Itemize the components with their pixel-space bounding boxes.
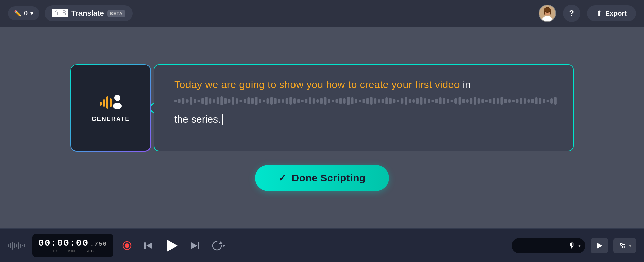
svg-rect-83 bbox=[439, 97, 441, 104]
svg-rect-56 bbox=[335, 99, 338, 103]
svg-rect-96 bbox=[489, 99, 491, 103]
svg-rect-132 bbox=[24, 244, 25, 247]
svg-rect-126 bbox=[12, 242, 13, 250]
generate-inner: GENERATE bbox=[71, 65, 150, 151]
script-line-1: Today we are going to show you how to cr… bbox=[174, 77, 558, 92]
svg-rect-93 bbox=[478, 98, 480, 104]
svg-rect-32 bbox=[244, 99, 246, 103]
svg-rect-44 bbox=[289, 97, 292, 105]
translate-button[interactable]: 🅰🅱 Translate BETA bbox=[45, 5, 133, 21]
svg-rect-107 bbox=[531, 99, 534, 103]
svg-rect-25 bbox=[217, 97, 219, 104]
svg-rect-46 bbox=[297, 99, 300, 103]
audio-settings-button[interactable]: ▾ bbox=[613, 238, 636, 253]
settings-dropdown: ▾ bbox=[629, 243, 631, 248]
speech-bubble[interactable]: Today we are going to show you how to cr… bbox=[154, 64, 574, 151]
svg-rect-51 bbox=[316, 99, 319, 103]
svg-rect-19 bbox=[194, 99, 196, 103]
svg-rect-41 bbox=[278, 99, 280, 103]
svg-rect-80 bbox=[428, 99, 430, 103]
svg-rect-138 bbox=[198, 242, 199, 249]
svg-rect-67 bbox=[378, 99, 380, 103]
svg-rect-49 bbox=[309, 97, 311, 104]
svg-rect-62 bbox=[359, 100, 361, 102]
mic-icon: 🎙 bbox=[568, 241, 576, 250]
timecode-display: 00:00:00 .750 HR MIN SEC bbox=[32, 234, 113, 257]
skip-back-button[interactable] bbox=[141, 238, 156, 253]
svg-rect-16 bbox=[182, 98, 184, 104]
svg-rect-76 bbox=[412, 99, 415, 103]
export-icon: ⬆ bbox=[596, 9, 602, 17]
mic-area: 🎙 ▾ ▾ bbox=[512, 238, 636, 253]
pencil-button[interactable]: ✏️ 0 ▾ bbox=[8, 6, 39, 20]
svg-point-13 bbox=[113, 103, 122, 109]
svg-point-3 bbox=[543, 16, 552, 22]
skip-forward-button[interactable] bbox=[188, 238, 203, 253]
svg-rect-59 bbox=[347, 97, 350, 105]
svg-point-12 bbox=[114, 95, 120, 101]
svg-rect-69 bbox=[385, 97, 388, 104]
top-bar-right: ? ⬆ Export bbox=[539, 5, 636, 22]
svg-rect-15 bbox=[178, 99, 180, 103]
svg-rect-70 bbox=[389, 98, 392, 104]
svg-rect-111 bbox=[547, 100, 549, 102]
svg-rect-110 bbox=[543, 99, 545, 103]
svg-rect-129 bbox=[18, 242, 19, 249]
svg-rect-21 bbox=[201, 98, 204, 104]
svg-rect-79 bbox=[424, 98, 426, 104]
svg-rect-73 bbox=[401, 98, 403, 104]
svg-rect-78 bbox=[420, 97, 422, 105]
waveform-visualization bbox=[174, 95, 558, 107]
record-button[interactable] bbox=[120, 239, 134, 253]
svg-point-144 bbox=[620, 243, 622, 245]
help-button[interactable]: ? bbox=[563, 5, 580, 22]
svg-rect-104 bbox=[520, 98, 522, 104]
svg-rect-64 bbox=[366, 98, 369, 104]
svg-marker-140 bbox=[219, 241, 223, 244]
svg-rect-36 bbox=[259, 99, 261, 103]
play-button[interactable] bbox=[162, 236, 181, 255]
svg-rect-9 bbox=[103, 99, 105, 107]
svg-rect-61 bbox=[355, 99, 357, 103]
export-button[interactable]: ⬆ Export bbox=[587, 5, 636, 21]
svg-rect-58 bbox=[343, 98, 345, 104]
timecode-labels: HR MIN SEC bbox=[51, 249, 94, 253]
svg-rect-77 bbox=[416, 98, 419, 104]
done-scripting-button[interactable]: ✓ Done Scripting bbox=[255, 165, 389, 191]
svg-rect-98 bbox=[497, 98, 499, 104]
svg-rect-125 bbox=[10, 243, 11, 248]
label-sec: SEC bbox=[86, 249, 94, 253]
svg-rect-55 bbox=[332, 100, 334, 102]
checkmark-icon: ✓ bbox=[278, 173, 286, 184]
svg-rect-17 bbox=[186, 99, 188, 103]
label-min: MIN bbox=[67, 249, 75, 253]
mic-input-bar: 🎙 ▾ bbox=[512, 238, 585, 253]
svg-rect-130 bbox=[20, 244, 21, 248]
svg-rect-40 bbox=[274, 98, 276, 104]
svg-rect-85 bbox=[447, 99, 449, 103]
svg-rect-65 bbox=[370, 97, 372, 105]
svg-rect-42 bbox=[282, 99, 284, 103]
generate-icon bbox=[99, 93, 122, 112]
svg-rect-48 bbox=[305, 99, 307, 103]
svg-rect-72 bbox=[397, 100, 399, 102]
editor-area: GENERATE Today we are going to show you … bbox=[70, 64, 574, 151]
script-highlighted-text: Today we are going to show you how to cr… bbox=[174, 79, 460, 90]
preview-play-button[interactable] bbox=[591, 238, 608, 253]
svg-rect-84 bbox=[443, 98, 445, 104]
svg-point-7 bbox=[544, 7, 551, 12]
svg-rect-86 bbox=[451, 100, 453, 102]
svg-rect-43 bbox=[286, 98, 288, 104]
svg-rect-26 bbox=[220, 96, 223, 105]
avatar bbox=[539, 5, 556, 22]
replay-button[interactable]: ▾ bbox=[209, 238, 227, 253]
svg-rect-53 bbox=[324, 97, 326, 105]
svg-rect-60 bbox=[351, 97, 353, 104]
svg-rect-68 bbox=[382, 99, 384, 103]
svg-rect-131 bbox=[22, 245, 23, 246]
generate-label: GENERATE bbox=[92, 116, 130, 123]
main-content: GENERATE Today we are going to show you … bbox=[0, 27, 644, 228]
pencil-count: 0 bbox=[24, 10, 28, 17]
help-icon: ? bbox=[569, 9, 574, 18]
generate-panel[interactable]: GENERATE bbox=[70, 64, 151, 151]
